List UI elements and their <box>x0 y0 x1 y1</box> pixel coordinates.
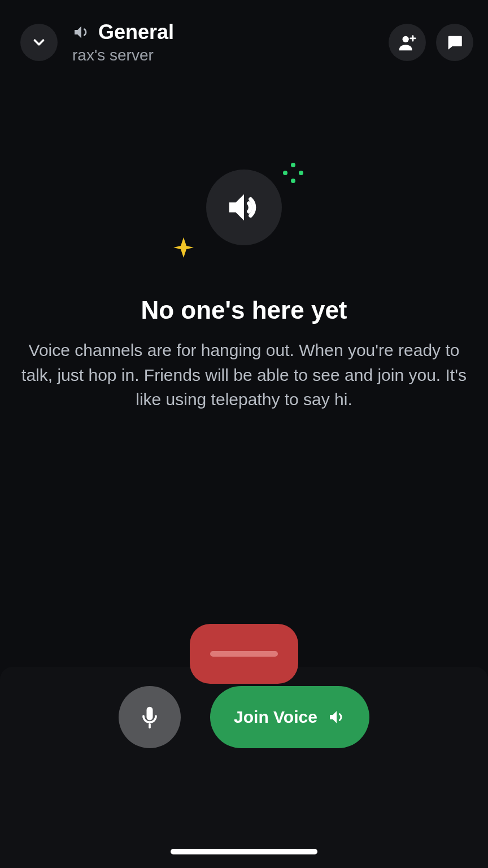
join-voice-label: Join Voice <box>234 708 317 727</box>
speaker-icon <box>328 708 346 726</box>
svg-point-3 <box>283 171 287 175</box>
empty-state-description: Voice channels are for hanging out. When… <box>21 338 467 412</box>
speaker-icon <box>224 188 264 227</box>
chat-button[interactable] <box>436 24 473 61</box>
empty-state-title: No one's here yet <box>141 296 347 324</box>
svg-point-0 <box>403 36 409 42</box>
chat-icon <box>445 33 464 52</box>
add-user-icon <box>398 33 417 52</box>
empty-state: No one's here yet Voice channels are for… <box>0 170 488 412</box>
speaker-icon <box>72 23 90 41</box>
svg-point-4 <box>299 171 303 175</box>
sparkle-yellow-icon <box>172 236 195 259</box>
voice-illustration <box>206 170 282 245</box>
end-call-button[interactable] <box>190 624 298 684</box>
join-voice-button[interactable]: Join Voice <box>210 686 369 748</box>
add-friend-button[interactable] <box>389 24 426 61</box>
sparkle-green-icon <box>282 162 304 184</box>
server-name: rax's server <box>72 46 389 64</box>
mic-button[interactable] <box>119 686 181 748</box>
svg-point-1 <box>291 163 295 167</box>
home-indicator[interactable] <box>171 849 317 854</box>
channel-name: General <box>98 20 174 44</box>
collapse-button[interactable] <box>20 24 58 61</box>
mic-icon <box>137 705 162 730</box>
chevron-down-icon <box>30 34 47 51</box>
bottom-panel: Join Voice <box>0 667 488 868</box>
svg-point-2 <box>291 179 295 183</box>
hangup-icon <box>210 651 278 657</box>
channel-title-block[interactable]: General rax's server <box>72 20 389 64</box>
header: General rax's server <box>0 0 488 64</box>
